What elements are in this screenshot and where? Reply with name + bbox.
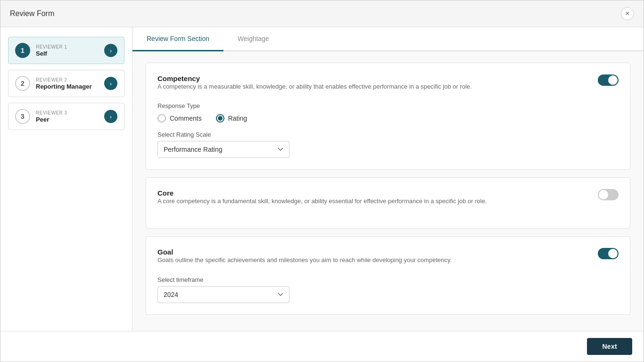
close-button[interactable]: × — [621, 7, 634, 20]
competency-card: Competency A competency is a measurable … — [146, 63, 630, 170]
reviewer-2-info: REVIEWER 2 Reporting Manager — [36, 77, 99, 90]
modal-body: 1 REVIEWER 1 Self › 2 REVIEWER 2 Reporti… — [0, 27, 644, 331]
core-card-header: Core A core competency is a fundamental … — [157, 189, 619, 214]
sidebar: 1 REVIEWER 1 Self › 2 REVIEWER 2 Reporti… — [0, 27, 132, 331]
goal-desc: Goals outline the specific achievements … — [157, 256, 452, 264]
competency-card-header: Competency A competency is a measurable … — [157, 74, 619, 99]
reviewer-2-arrow: › — [104, 77, 117, 90]
main-content: Review Form Section Weightage Competency… — [132, 27, 644, 331]
sidebar-item-reviewer-1[interactable]: 1 REVIEWER 1 Self › — [8, 37, 124, 64]
modal-title: Review Form — [10, 9, 54, 18]
modal-container: Review Form × 1 REVIEWER 1 Self › 2 REVI… — [0, 0, 644, 362]
reviewer-2-label: REVIEWER 2 — [36, 77, 99, 82]
timeframe-select[interactable]: 2024 2023 2025 — [157, 286, 289, 303]
radio-comments-circle — [157, 114, 166, 123]
core-title: Core — [157, 189, 487, 197]
modal-footer: Next — [0, 331, 644, 362]
radio-comments-label: Comments — [170, 115, 202, 122]
core-toggle[interactable] — [598, 189, 619, 200]
goal-card: Goal Goals outline the specific achievem… — [146, 236, 630, 314]
reviewer-1-arrow: › — [104, 44, 117, 57]
reviewer-3-name: Peer — [36, 116, 99, 123]
rating-scale-label: Select Rating Scale — [157, 131, 619, 138]
rating-scale-select[interactable]: Performance Rating 5-Star Rating 1-10 Sc… — [157, 141, 289, 158]
competency-toggle[interactable] — [598, 74, 619, 86]
next-button[interactable]: Next — [587, 338, 632, 355]
core-card: Core A core competency is a fundamental … — [146, 177, 630, 229]
core-desc: A core competency is a fundamental skill… — [157, 197, 487, 206]
reviewer-1-number: 1 — [15, 43, 30, 58]
reviewer-3-info: REVIEWER 3 Peer — [36, 110, 99, 123]
competency-title: Competency — [157, 74, 472, 82]
core-toggle-knob — [599, 190, 608, 199]
reviewer-3-number: 3 — [15, 109, 30, 124]
radio-comments[interactable]: Comments — [157, 114, 202, 123]
modal-header: Review Form × — [0, 0, 644, 27]
sidebar-item-reviewer-2[interactable]: 2 REVIEWER 2 Reporting Manager › — [8, 70, 124, 97]
tab-review-form-section[interactable]: Review Form Section — [132, 27, 223, 51]
goal-title: Goal — [157, 248, 452, 256]
reviewer-2-number: 2 — [15, 76, 30, 91]
radio-rating-circle — [216, 114, 224, 123]
goal-card-header: Goal Goals outline the specific achievem… — [157, 248, 619, 273]
reviewer-3-arrow: › — [104, 110, 117, 123]
timeframe-label: Select timeframe — [157, 276, 619, 283]
response-type-group: Comments Rating — [157, 114, 619, 123]
reviewer-1-name: Self — [36, 50, 99, 57]
sidebar-item-reviewer-3[interactable]: 3 REVIEWER 3 Peer › — [8, 103, 124, 130]
radio-rating-label: Rating — [228, 115, 247, 122]
radio-rating[interactable]: Rating — [216, 114, 247, 123]
goal-toggle[interactable] — [598, 248, 619, 259]
radio-rating-dot — [218, 116, 223, 121]
rating-scale-container: Select Rating Scale Performance Rating 5… — [157, 131, 619, 158]
competency-toggle-knob — [608, 75, 618, 85]
reviewer-1-label: REVIEWER 1 — [36, 44, 99, 49]
competency-desc: A competency is a measurable skill, know… — [157, 82, 472, 91]
goal-toggle-knob — [608, 249, 618, 258]
timeframe-container: Select timeframe 2024 2023 2025 — [157, 276, 619, 303]
response-type-label: Response Type — [157, 102, 619, 109]
tabs-bar: Review Form Section Weightage — [132, 27, 644, 51]
reviewer-1-info: REVIEWER 1 Self — [36, 44, 99, 57]
content-area: Competency A competency is a measurable … — [132, 51, 644, 331]
reviewer-3-label: REVIEWER 3 — [36, 110, 99, 115]
tab-weightage[interactable]: Weightage — [223, 27, 283, 51]
reviewer-2-name: Reporting Manager — [36, 83, 99, 90]
